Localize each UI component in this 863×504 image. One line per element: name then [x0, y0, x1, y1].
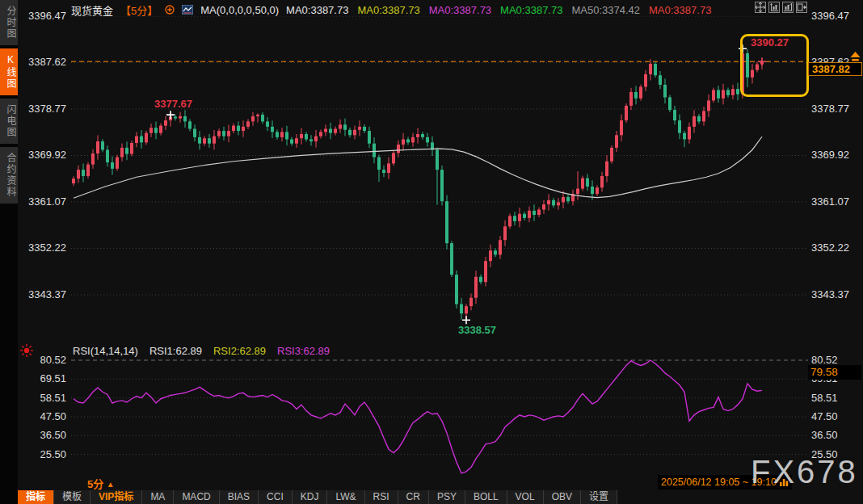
price-tick-right: 3369.92 [811, 149, 860, 161]
price-annotation: 3338.57 [458, 324, 496, 336]
price-tick-left: 3387.62 [18, 56, 66, 68]
price-tick-right: 3361.07 [811, 195, 860, 208]
toolbar-item-indicator[interactable]: 指标 [18, 490, 54, 504]
toolbar-item-obv[interactable]: OBV [544, 490, 581, 504]
crosshair-icon[interactable] [755, 2, 766, 13]
price-tick-left: 3361.07 [18, 195, 66, 208]
price-tick-left: 3378.77 [18, 103, 66, 115]
toolbar-item-boll[interactable]: BOLL [465, 490, 507, 504]
rsi-tick-right: 36.50 [811, 429, 860, 441]
toolbar-item-vol[interactable]: VOL [507, 490, 544, 504]
chart-toolbar-icons [755, 2, 807, 13]
rsi-tick-left: 36.50 [18, 429, 66, 441]
symbol-name: 现货黄金 [71, 2, 113, 18]
toolbar-item-ma[interactable]: MA [142, 490, 174, 504]
triangle-up-icon: ▲ [107, 480, 115, 489]
rsi-tick-right: 47.50 [811, 410, 860, 422]
price-tick-left: 3396.47 [18, 10, 66, 22]
sidebar-tab-1[interactable]: K线图 [0, 48, 18, 95]
chart-header: 现货黄金 【5分】 MA(0,0,0,0,50,0) MA0:3387.73MA… [71, 2, 720, 18]
rsi-settings-label: RSI(14,14,14) [73, 345, 138, 357]
ma-value-label: MA0:3387.73 [649, 4, 711, 16]
toolbar-item-设置[interactable]: 设置 [581, 490, 617, 504]
rsi-line-value: RSI1:62.89 [149, 345, 202, 357]
price-tick-right: 3343.37 [811, 288, 860, 300]
alarm-burst-icon [19, 343, 34, 358]
period-label[interactable]: 【5分】 [120, 2, 158, 18]
ma-value-label: MA0:3387.73 [286, 4, 348, 16]
current-price-badge: 3387.82 [808, 62, 862, 76]
chart-style-icon[interactable] [182, 5, 193, 15]
toolbar-item-bias[interactable]: BIAS [220, 490, 259, 504]
price-annotation: 3377.67 [154, 98, 192, 110]
rsi-tick-right: 58.51 [811, 392, 860, 404]
sidebar-tab-2[interactable]: 闪电图 [0, 99, 18, 144]
rsi-current-badge: 79.58 [808, 365, 861, 380]
price-tick-left: 3343.37 [18, 288, 66, 300]
rsi-tick-left: 25.50 [18, 448, 66, 460]
toolbar-item-rsi[interactable]: RSI [365, 490, 398, 504]
axis-left-icon[interactable] [768, 2, 780, 13]
rsi-line-values: RSI1:62.89RSI2:62.89RSI3:62.89 [149, 345, 341, 357]
price-tick-right: 3378.77 [811, 103, 860, 115]
ma-value-label: MA0:3387.73 [500, 4, 562, 16]
sidebar-tab-3[interactable]: 合约资料 [0, 147, 18, 204]
rsi-tick-right: 80.52 [811, 354, 860, 366]
rsi-line-value: RSI2:62.89 [213, 345, 266, 357]
toolbar-item-kdj[interactable]: KDJ [293, 490, 328, 504]
price-tick-left: 3352.22 [18, 242, 66, 254]
ma-value-label: MA50:3374.42 [571, 4, 640, 16]
rsi-tick-left: 47.50 [18, 410, 66, 422]
toolbar-item-cci[interactable]: CCI [259, 490, 293, 504]
price-tick-right: 3396.47 [811, 10, 860, 22]
axis-right-icon[interactable] [782, 2, 794, 13]
rsi-tick-left: 58.51 [18, 392, 66, 404]
ma-settings-label: MA(0,0,0,0,50,0) [200, 4, 279, 16]
fx678-watermark: FX678 [751, 454, 858, 490]
toolbar-item-vip指标[interactable]: VIP指标 [91, 490, 142, 504]
price-tick-right: 3352.22 [811, 242, 860, 254]
toolbar-item-lw&[interactable]: LW& [327, 490, 364, 504]
plus-icon[interactable] [165, 5, 175, 15]
trading-app-window: 分时图K线图闪电图合约资料 现货黄金 【5分】 MA(0,0,0,0,50,0)… [0, 0, 863, 504]
ma-values: MA0:3387.73MA0:3387.73MA0:3387.73MA0:338… [286, 4, 720, 16]
price-annotation: 3390.27 [751, 36, 789, 48]
rsi-tick-left: 69.51 [18, 372, 66, 384]
rsi-line-value: RSI3:62.89 [277, 345, 330, 357]
price-tick-left: 3369.92 [18, 149, 66, 161]
toolbar-item-macd[interactable]: MACD [174, 490, 219, 504]
ma-value-label: MA0:3387.73 [429, 4, 491, 16]
toolbar-item-cr[interactable]: CR [398, 490, 429, 504]
rsi-chart[interactable] [71, 355, 808, 478]
sidebar-tab-0[interactable]: 分时图 [0, 0, 18, 45]
price-up-arrow-icon [849, 51, 861, 62]
pan-right-icon[interactable] [796, 2, 807, 13]
chart-type-sidebar: 分时图K线图闪电图合约资料 [0, 0, 18, 504]
toolbar-item-模板[interactable]: 模板 [54, 490, 91, 504]
ma-value-label: MA0:3387.73 [357, 4, 419, 16]
rsi-indicator-header: RSI(14,14,14) RSI1:62.89RSI2:62.89RSI3:6… [73, 345, 341, 357]
candlestick-chart[interactable] [71, 16, 808, 339]
toolbar-item-psy[interactable]: PSY [429, 490, 465, 504]
footer-period-selector[interactable]: 5分 ▲ [87, 476, 115, 491]
footer-period-label: 5分 [87, 478, 103, 490]
indicator-toolbar: 指标模板VIP指标MAMACDBIASCCIKDJLW&RSICRPSYBOLL… [18, 490, 617, 504]
